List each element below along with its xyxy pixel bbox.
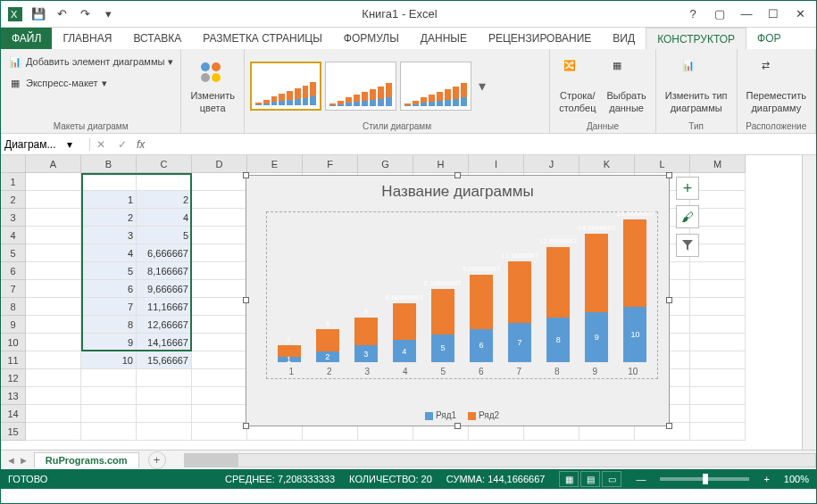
column-header[interactable]: I — [469, 155, 524, 173]
chart-style-thumb[interactable] — [400, 62, 471, 111]
zoom-in-button[interactable]: + — [763, 474, 769, 484]
cell[interactable]: 1 — [81, 191, 137, 209]
row-header[interactable]: 11 — [1, 351, 26, 369]
cell[interactable]: 6,666667 — [137, 244, 192, 262]
ribbon-options-icon[interactable]: ▢ — [707, 4, 732, 24]
cell[interactable] — [192, 351, 247, 369]
row-header[interactable]: 7 — [1, 280, 26, 298]
cell[interactable] — [137, 173, 192, 191]
page-break-button[interactable]: ▭ — [602, 471, 621, 487]
row-header[interactable]: 13 — [1, 387, 26, 405]
cell[interactable] — [192, 423, 247, 441]
more-styles-button[interactable]: ▾ — [475, 78, 489, 95]
resize-handle[interactable] — [243, 423, 249, 429]
redo-icon[interactable]: ↷ — [74, 4, 96, 24]
cell[interactable]: 5 — [81, 262, 137, 280]
cell[interactable] — [81, 405, 137, 423]
cell[interactable] — [690, 262, 746, 280]
resize-handle[interactable] — [454, 423, 461, 429]
name-box-input[interactable] — [4, 138, 67, 151]
resize-handle[interactable] — [666, 423, 672, 429]
tab-review[interactable]: РЕЦЕНЗИРОВАНИЕ — [478, 28, 602, 49]
chart-style-thumb[interactable] — [250, 62, 321, 111]
cell[interactable] — [690, 316, 746, 334]
select-data-button[interactable]: ▦Выбратьданные — [603, 58, 649, 115]
column-header[interactable]: M — [690, 155, 746, 173]
cell[interactable] — [690, 334, 746, 351]
cell[interactable]: 7 — [81, 298, 137, 316]
resize-handle[interactable] — [454, 172, 461, 178]
fx-label[interactable]: fx — [133, 138, 148, 151]
tab-data[interactable]: ДАННЫЕ — [410, 28, 478, 49]
page-layout-button[interactable]: ▤ — [580, 471, 600, 487]
add-chart-element-button[interactable]: 📊Добавить элемент диаграммы ▾ — [6, 53, 175, 70]
column-header[interactable]: E — [247, 155, 303, 173]
cell[interactable] — [192, 405, 247, 423]
cell[interactable] — [26, 298, 81, 316]
cell[interactable] — [81, 173, 137, 191]
cell[interactable]: 8,166667 — [137, 262, 192, 280]
cell[interactable]: 6 — [81, 280, 137, 298]
tab-insert[interactable]: ВСТАВКА — [122, 28, 192, 49]
cell[interactable] — [192, 316, 247, 334]
chart-plot-area[interactable]: 12243546,6666666758,1666666769,666666677… — [266, 211, 658, 379]
cell[interactable] — [26, 387, 81, 405]
row-header[interactable]: 12 — [1, 369, 26, 387]
formula-input[interactable] — [148, 138, 816, 151]
column-header[interactable]: L — [635, 155, 690, 173]
cell[interactable] — [192, 209, 247, 227]
minimize-icon[interactable]: — — [734, 4, 759, 24]
column-header[interactable]: H — [413, 155, 469, 173]
cell[interactable]: 9,666667 — [137, 280, 192, 298]
close-icon[interactable]: ✕ — [788, 4, 813, 24]
row-header[interactable]: 2 — [1, 191, 26, 209]
zoom-out-button[interactable]: — — [636, 474, 646, 484]
row-header[interactable]: 6 — [1, 262, 26, 280]
cell[interactable] — [26, 173, 81, 191]
horizontal-scrollbar[interactable] — [184, 453, 816, 467]
cell[interactable] — [192, 387, 247, 405]
row-header[interactable]: 10 — [1, 334, 26, 351]
switch-row-col-button[interactable]: 🔀Строка/столбец — [555, 58, 599, 115]
cell[interactable] — [690, 298, 746, 316]
cell[interactable]: 4 — [81, 244, 137, 262]
cell[interactable] — [690, 423, 746, 441]
tab-page-layout[interactable]: РАЗМЕТКА СТРАНИЦЫ — [192, 28, 333, 49]
cell[interactable]: 12,66667 — [137, 316, 192, 334]
column-header[interactable]: G — [358, 155, 413, 173]
cell[interactable] — [81, 369, 137, 387]
cell[interactable] — [192, 191, 247, 209]
maximize-icon[interactable]: ☐ — [761, 4, 786, 24]
cell[interactable]: 3 — [81, 227, 137, 244]
column-header[interactable]: C — [137, 155, 192, 173]
column-header[interactable]: J — [524, 155, 579, 173]
accept-formula-icon[interactable]: ✓ — [112, 138, 133, 151]
sheet-nav[interactable]: ◄ ► — [1, 455, 34, 466]
tab-formulas[interactable]: ФОРМУЛЫ — [333, 28, 410, 49]
row-header[interactable]: 15 — [1, 423, 26, 441]
resize-handle[interactable] — [243, 172, 249, 178]
quick-layout-button[interactable]: ▦Экспресс-макет ▾ — [6, 74, 109, 92]
cell[interactable] — [26, 334, 81, 351]
qat-dropdown-icon[interactable]: ▾ — [97, 4, 119, 24]
row-header[interactable]: 1 — [1, 173, 26, 191]
cell[interactable] — [26, 262, 81, 280]
tab-format[interactable]: ФОР — [746, 28, 791, 49]
zoom-level[interactable]: 100% — [784, 474, 809, 484]
cell[interactable] — [192, 262, 247, 280]
vertical-scrollbar[interactable] — [802, 155, 816, 450]
tab-view[interactable]: ВИД — [602, 28, 646, 49]
cell[interactable] — [137, 369, 192, 387]
cell[interactable] — [26, 227, 81, 244]
tab-home[interactable]: ГЛАВНАЯ — [52, 28, 122, 49]
cell[interactable] — [26, 405, 81, 423]
cell[interactable] — [26, 316, 81, 334]
column-header[interactable]: B — [81, 155, 137, 173]
cell[interactable] — [26, 351, 81, 369]
sheet-tab[interactable]: RuPrograms.com — [34, 452, 139, 467]
cell[interactable]: 9 — [81, 334, 137, 351]
move-chart-button[interactable]: ⇄Переместитьдиаграмму — [743, 58, 810, 115]
cell[interactable] — [26, 209, 81, 227]
cell[interactable] — [192, 280, 247, 298]
change-chart-type-button[interactable]: 📊Изменить типдиаграммы — [662, 58, 731, 115]
